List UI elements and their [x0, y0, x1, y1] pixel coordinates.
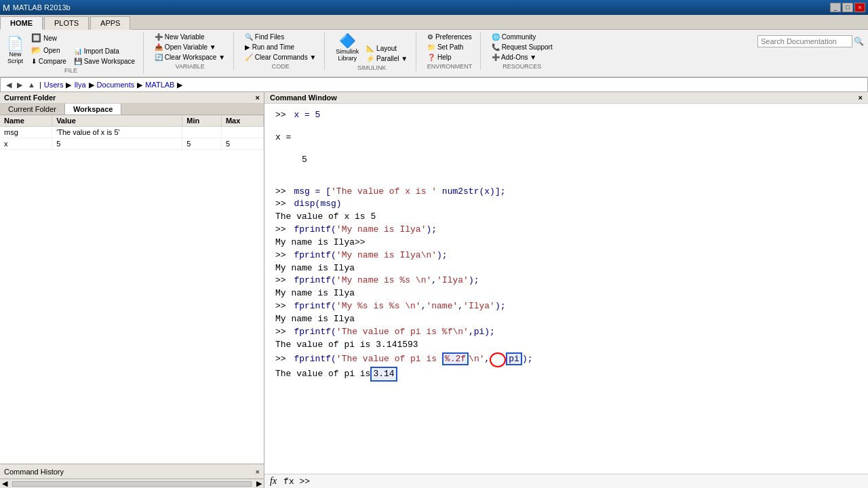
file-group-label: FILE — [64, 67, 77, 74]
main-area: Current Folder × Current Folder Workspac… — [0, 92, 868, 488]
clear-workspace-button[interactable]: 🔄 Clear Workspace ▼ — [152, 53, 228, 62]
cmd-line-fprintf3: >> fprintf('My name is %s \n','Ilya'); — [275, 274, 857, 287]
col-value: Value — [52, 115, 182, 127]
up-button[interactable]: ▲ — [26, 81, 37, 89]
parallel-button[interactable]: ⚡ Parallel ▼ — [363, 54, 410, 63]
simulink-library-button[interactable]: 🔷 SimulinkLibrary — [333, 33, 361, 63]
blank-4 — [275, 176, 857, 186]
new-script-button[interactable]: 📄 NewScript — [4, 35, 26, 66]
addr-separator: | — [39, 81, 41, 89]
cmd-line-msg: >> msg = ['The value of x is ' num2str(x… — [275, 186, 857, 199]
simulink-icon: 🔷 — [339, 34, 356, 47]
cmd-code-msg: msg = ['The value of x is ' num2str(x)]; — [289, 186, 506, 199]
community-button[interactable]: 🌐 Community — [489, 33, 555, 41]
ws-cell-value: 'The value of x is 5' — [52, 127, 182, 138]
workspace-tabs: Current Folder Workspace — [0, 104, 264, 115]
simulink-group-label: SIMULINK — [357, 64, 387, 71]
save-workspace-button[interactable]: 💾 Save Workspace — [71, 57, 138, 66]
workspace-table: Name Value Min Max msg'The value of x is… — [0, 115, 264, 464]
cmd-output-f3: My name is Ilya — [275, 287, 857, 300]
tab-plots[interactable]: PLOTS — [44, 16, 89, 30]
ws-cell-min — [182, 127, 222, 138]
run-and-time-button[interactable]: ▶ Run and Time — [242, 43, 319, 52]
import-data-button[interactable]: 📊 Import Data — [71, 47, 138, 56]
output-f4: My name is Ilya — [275, 313, 355, 326]
ws-cell-min: 5 — [182, 138, 222, 150]
history-bar-close[interactable]: × — [256, 468, 260, 476]
search-icon[interactable]: 🔍 — [854, 37, 864, 46]
command-window-content[interactable]: >> x = 5 x = 5 >> msg = ['The value of x… — [264, 104, 868, 474]
prompt-f3: >> — [275, 274, 286, 287]
format-specifier-highlight: %.2f — [442, 352, 469, 365]
minimize-button[interactable]: _ — [830, 3, 841, 12]
addr-matlab[interactable]: MATLAB — [145, 81, 174, 89]
ws-cell-name: x — [0, 138, 52, 150]
addr-documents[interactable]: Documents — [97, 81, 135, 89]
output-f3: My name is Ilya — [275, 287, 355, 300]
open-button[interactable]: 📂Open — [28, 45, 69, 56]
fx-prompt-bar: fx fx >> — [264, 474, 868, 488]
cmd-code-1: x = 5 — [289, 109, 321, 122]
left-panel: Current Folder × Current Folder Workspac… — [0, 92, 264, 488]
table-row[interactable]: x555 — [0, 138, 264, 150]
addr-ilya[interactable]: Ilya — [74, 81, 85, 89]
command-window-header: Command Window × — [264, 92, 868, 104]
cmd-line-fprintf5: >> fprintf('The value of pi is %f\n',pi)… — [275, 326, 857, 339]
horizontal-scrollbar[interactable]: ◀ ▶ — [0, 479, 264, 488]
new-variable-button[interactable]: ➕ New Variable — [152, 33, 228, 41]
forward-button[interactable]: ▶ — [16, 81, 24, 89]
scroll-left-button[interactable]: ◀ — [0, 479, 9, 488]
close-button[interactable]: × — [854, 3, 865, 12]
new-button[interactable]: 🔲New — [28, 33, 69, 43]
history-bar-title: Command History — [4, 468, 64, 476]
ws-cell-value: 5 — [52, 138, 182, 150]
layout-button[interactable]: 📐 Layout — [363, 44, 410, 53]
workspace-tab[interactable]: Workspace — [65, 104, 122, 115]
blank-1 — [275, 122, 857, 131]
prompt-f1: >> — [275, 224, 286, 237]
prompt-f4: >> — [275, 300, 286, 313]
ribbon-group-variable: ➕ New Variable 📥 Open Variable ▼ 🔄 Clear… — [152, 33, 234, 70]
back-button[interactable]: ◀ — [5, 81, 13, 89]
output-x-eq: x = — [275, 131, 291, 144]
fx-symbol: fx — [270, 476, 277, 487]
matlab-icon: M — [3, 3, 10, 13]
cmd-line-fprintf4: >> fprintf('My %s is %s \n','name','Ilya… — [275, 300, 857, 313]
table-row[interactable]: msg'The value of x is 5' — [0, 127, 264, 138]
cmd-output-disp: The value of x is 5 — [275, 211, 857, 224]
tab-apps[interactable]: APPS — [90, 16, 130, 30]
cmd-code-f1: fprintf('My name is Ilya'); — [289, 224, 437, 237]
add-ons-button[interactable]: ➕ Add-Ons ▼ — [489, 53, 555, 62]
clear-commands-button[interactable]: 🧹 Clear Commands ▼ — [242, 53, 319, 62]
request-support-button[interactable]: 📞 Request Support — [489, 43, 555, 52]
command-window-title: Command Window — [270, 94, 337, 102]
cmd-output-x-eq: x = — [275, 131, 857, 144]
ribbon-group-file: 📄 NewScript 🔲New 📂Open ⬇ Compare 📊 Impor… — [4, 33, 144, 74]
ribbon: 📄 NewScript 🔲New 📂Open ⬇ Compare 📊 Impor… — [0, 30, 868, 77]
scrollbar-track[interactable] — [12, 481, 252, 487]
open-variable-button[interactable]: 📥 Open Variable ▼ — [152, 43, 228, 52]
tab-home[interactable]: HOME — [0, 16, 43, 30]
cmd-header-close[interactable]: × — [859, 94, 863, 102]
preferences-button[interactable]: ⚙ Preferences — [425, 33, 475, 41]
output-f6-before: The value of pi is — [275, 368, 370, 381]
cmd-code-disp: disp(msg) — [289, 198, 342, 211]
find-files-button[interactable]: 🔍 Find Files — [242, 33, 319, 41]
maximize-button[interactable]: □ — [842, 3, 853, 12]
scroll-right-button[interactable]: ▶ — [254, 479, 264, 488]
resources-group-label: RESOURCES — [502, 63, 541, 70]
addr-users[interactable]: Users — [44, 81, 64, 89]
cmd-code-f5: fprintf('The value of pi is %f\n',pi); — [289, 326, 495, 339]
search-input[interactable] — [757, 35, 852, 47]
cmd-code-f2: fprintf('My name is Ilya\n'); — [289, 249, 448, 262]
help-button[interactable]: ❓ Help — [425, 53, 475, 62]
titlebar-title: MATLAB R2013b — [13, 3, 71, 12]
cmd-line-1: >> x = 5 — [275, 109, 857, 122]
set-path-button[interactable]: 📁 Set Path — [425, 43, 475, 52]
blank-3 — [275, 167, 857, 176]
panel-close-icon[interactable]: × — [256, 94, 260, 102]
compare-btn[interactable]: ⬇ Compare — [28, 57, 69, 66]
current-folder-title: Current Folder — [4, 94, 56, 102]
addr-arrow3: ▶ — [137, 81, 142, 89]
current-folder-tab[interactable]: Current Folder — [0, 104, 65, 115]
